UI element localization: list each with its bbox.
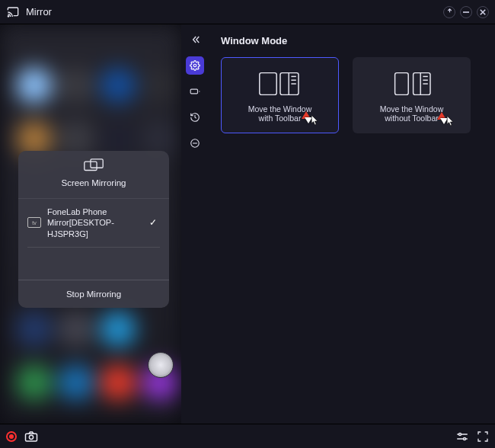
svg-rect-5 [190, 89, 197, 94]
svg-rect-1 [463, 11, 469, 13]
app-title: Mirror [26, 6, 439, 18]
cursor-icon [446, 115, 455, 127]
titlebar: Mirror [0, 0, 495, 24]
mirror-preview[interactable]: Screen Mirroring tv FoneLab Phone Mirror… [0, 24, 181, 424]
svg-point-24 [464, 437, 466, 440]
svg-point-20 [29, 435, 33, 439]
options-button[interactable] [455, 431, 469, 442]
device-name-2: Mirror[DESKTOP-HJSPR3G] [47, 217, 143, 239]
close-button[interactable] [477, 6, 489, 18]
red-arrow-icon [302, 111, 311, 119]
mirror-device-row[interactable]: tv FoneLab Phone Mirror[DESKTOP-HJSPR3G]… [18, 199, 169, 247]
card-label-2a: Move the Window [380, 104, 443, 114]
window-mode-with-toolbar[interactable]: Move the Window with Toolbar [221, 57, 339, 133]
svg-point-22 [459, 433, 461, 435]
minimize-button[interactable] [460, 6, 472, 18]
red-arrow-icon [437, 112, 446, 120]
stop-mirroring-label: Stop Mirroring [66, 290, 121, 299]
with-toolbar-icon [256, 68, 305, 100]
appletv-icon: tv [27, 217, 41, 228]
bottom-toolbar [0, 424, 495, 448]
screen-mirroring-sheet: Screen Mirroring tv FoneLab Phone Mirror… [18, 151, 169, 308]
svg-point-4 [193, 64, 196, 67]
sidebar-item-disable[interactable] [186, 134, 204, 152]
sidebar-item-settings[interactable] [186, 56, 204, 75]
cast-icon [6, 5, 20, 19]
check-icon: ✓ [149, 217, 160, 229]
mirroring-title: Screen Mirroring [18, 178, 169, 187]
svg-rect-7 [259, 73, 276, 95]
sidebar-item-history[interactable] [186, 108, 204, 126]
sidebar-item-power[interactable] [186, 82, 204, 101]
record-button[interactable] [6, 431, 17, 442]
stop-mirroring-button[interactable]: Stop Mirroring [18, 280, 169, 308]
settings-sidebar [181, 24, 209, 424]
fullscreen-button[interactable] [477, 430, 489, 443]
screen-mirror-icon [18, 158, 169, 175]
svg-point-0 [8, 15, 8, 16]
screenshot-button[interactable] [24, 430, 38, 443]
pin-button[interactable] [443, 6, 455, 18]
device-name-1: FoneLab Phone [47, 206, 143, 217]
divider [27, 247, 160, 248]
window-mode-without-toolbar[interactable]: Move the Window without Toolbar [353, 57, 471, 133]
settings-panel: Window Mode Move the Window with Toolbar [209, 24, 495, 424]
assistive-touch-icon[interactable] [148, 352, 174, 378]
svg-rect-13 [394, 73, 408, 95]
cursor-icon [311, 114, 320, 126]
without-toolbar-icon [388, 68, 436, 100]
collapse-sidebar-button[interactable] [186, 30, 204, 49]
card-label-1b: with Toolbar [259, 114, 302, 123]
record-icon [6, 431, 17, 442]
card-label-2b: without Toolbar [385, 114, 438, 123]
panel-title: Window Mode [221, 35, 483, 46]
